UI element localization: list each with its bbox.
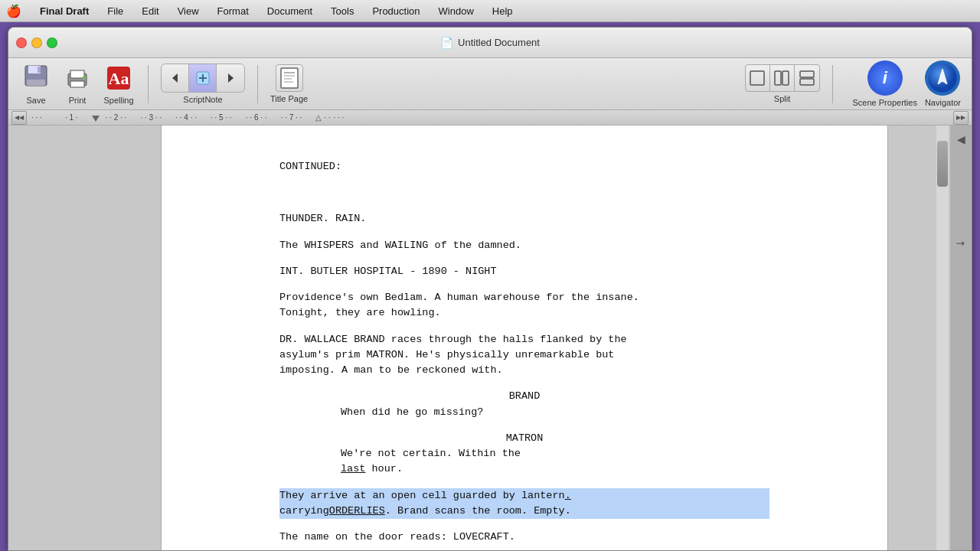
svg-rect-5 (70, 70, 84, 78)
scene-heading: INT. BUTLER HOSPITAL - 1890 - NIGHT (279, 264, 769, 279)
scene-properties-button[interactable]: i Scene Properties (853, 60, 917, 107)
svg-text:Aa: Aa (109, 69, 129, 88)
scene-properties-icon: i (867, 60, 903, 96)
scene-properties-label: Scene Properties (853, 98, 917, 107)
side-arrow-2[interactable]: ↗ (953, 236, 969, 251)
action-whispers: The WHISPERS and WAILING of the damned. (279, 238, 769, 253)
document-menu[interactable]: Document (264, 5, 315, 17)
doc-icon: 📄 (440, 37, 453, 49)
svg-rect-3 (38, 67, 41, 73)
edit-menu[interactable]: Edit (139, 5, 162, 17)
matron-character-name: MATRON (279, 431, 769, 446)
brand1-character-name: BRAND (279, 389, 769, 404)
print-button[interactable]: Print (60, 63, 94, 105)
toolbar-separator-3 (832, 65, 833, 103)
split-horizontal-button[interactable] (795, 65, 819, 91)
toolbar: Save Print Aa Spelling (8, 58, 972, 110)
maximize-button[interactable] (47, 37, 57, 48)
script-area[interactable]: CONTINUED: THUNDER. RAIN. The WHISPERS a… (162, 126, 887, 550)
svg-marker-10 (172, 73, 178, 83)
svg-point-7 (83, 76, 86, 79)
right-gutter: ◀ ↗ (887, 126, 972, 550)
svg-rect-21 (775, 71, 781, 85)
format-menu[interactable]: Format (214, 5, 252, 17)
svg-rect-20 (750, 71, 764, 85)
scriptnote-group: ScriptNote (161, 64, 245, 104)
toolbar-separator-1 (148, 65, 149, 103)
apple-menu[interactable]: 🍎 (6, 4, 21, 18)
app-name-menu[interactable]: Final Draft (37, 5, 92, 17)
view-menu[interactable]: View (175, 5, 202, 17)
brand1-dialogue: When did he go missing? (341, 405, 708, 420)
toolbar-separator-2 (257, 65, 258, 103)
navigator-icon (925, 60, 960, 96)
action-providence: Providence's own Bedlam. A human warehou… (279, 290, 769, 305)
titlepage-group: Title Page (270, 64, 308, 103)
ruler-body: · · · · 1 · · · 2 · · · · 3 · · · · 4 · … (27, 111, 953, 125)
scrollbar-track (936, 126, 949, 550)
svg-rect-6 (70, 81, 84, 87)
save-label: Save (26, 96, 45, 105)
svg-rect-24 (800, 79, 814, 85)
close-button[interactable] (16, 37, 27, 48)
content-area: CONTINUED: THUNDER. RAIN. The WHISPERS a… (8, 126, 972, 550)
menubar: 🍎 Final Draft File Edit View Format Docu… (0, 0, 980, 22)
spelling-label: Spelling (103, 96, 133, 105)
print-icon (62, 63, 93, 93)
navigator-label: Navigator (925, 98, 961, 107)
titlebar: 📄 Untitled Document (8, 28, 972, 58)
window-title: 📄 Untitled Document (440, 37, 540, 49)
ruler-scroll-right[interactable]: ▶▶ (953, 111, 969, 125)
action-dr-brand-3: imposing. A man to be reckoned with. (279, 363, 769, 378)
script-content: CONTINUED: THUNDER. RAIN. The WHISPERS a… (279, 141, 769, 550)
scriptnote-label: ScriptNote (183, 95, 222, 104)
titlepage-button[interactable] (276, 64, 303, 92)
split-label: Split (774, 94, 790, 103)
action-dr-brand-1: DR. WALLACE BRAND races through the hall… (279, 332, 769, 347)
lantern-underline: . (565, 490, 571, 501)
orderlie-underline: ORDERLIE (329, 505, 379, 517)
split-vertical-button[interactable] (770, 65, 795, 91)
continued-line: CONTINUED: (279, 159, 769, 174)
svg-rect-15 (281, 68, 298, 88)
action-tonight: Tonight, they are howling. (279, 305, 769, 321)
ruler-scroll-left[interactable]: ◀◀ (11, 111, 27, 125)
scriptnote-next-button[interactable] (217, 64, 244, 92)
window-title-text: Untitled Document (458, 37, 540, 48)
tools-menu[interactable]: Tools (328, 5, 357, 17)
svg-rect-23 (800, 71, 814, 77)
save-button[interactable]: Save (19, 63, 53, 105)
matron-dialogue-1: We're not certain. Within the (341, 446, 708, 461)
help-menu[interactable]: Help (489, 5, 516, 17)
split-group: Split (745, 64, 820, 103)
split-buttons (745, 64, 820, 92)
svg-rect-2 (27, 80, 45, 86)
spelling-button[interactable]: Aa Spelling (102, 63, 136, 105)
spelling-icon: Aa (103, 63, 134, 93)
production-menu[interactable]: Production (369, 5, 423, 17)
scriptnote-prev-button[interactable] (162, 64, 189, 92)
action-thunder: THUNDER. RAIN. (279, 211, 769, 227)
file-menu[interactable]: File (104, 5, 126, 17)
svg-rect-22 (782, 71, 789, 85)
action-lovecraft: The name on the door reads: LOVECRAFT. (279, 530, 769, 545)
scriptnote-buttons (161, 64, 245, 93)
svg-marker-14 (228, 73, 234, 83)
minimize-button[interactable] (31, 37, 42, 48)
action-selected-2: carryingORDERLIES. Brand scans the room.… (279, 504, 769, 519)
action-selected-1: They arrive at an open cell guarded by l… (279, 488, 769, 504)
side-nav-right: ◀ ↗ (950, 126, 972, 550)
side-arrow-1[interactable]: ◀ (957, 133, 965, 145)
window-menu[interactable]: Window (436, 5, 477, 17)
split-single-button[interactable] (746, 65, 770, 91)
matron-dialogue-2: last hour. (341, 461, 708, 477)
navigator-button[interactable]: Navigator (925, 60, 961, 107)
scriptnote-add-button[interactable] (189, 64, 217, 92)
ruler: ◀◀ · · · · 1 · · · 2 · · · · 3 · · · · 4… (8, 110, 972, 126)
traffic-lights (16, 37, 57, 48)
save-icon (21, 63, 51, 93)
main-window: 📄 Untitled Document Save (8, 27, 972, 551)
left-gutter (8, 126, 162, 550)
scrollbar-thumb[interactable] (937, 141, 948, 187)
print-label: Print (69, 96, 87, 105)
